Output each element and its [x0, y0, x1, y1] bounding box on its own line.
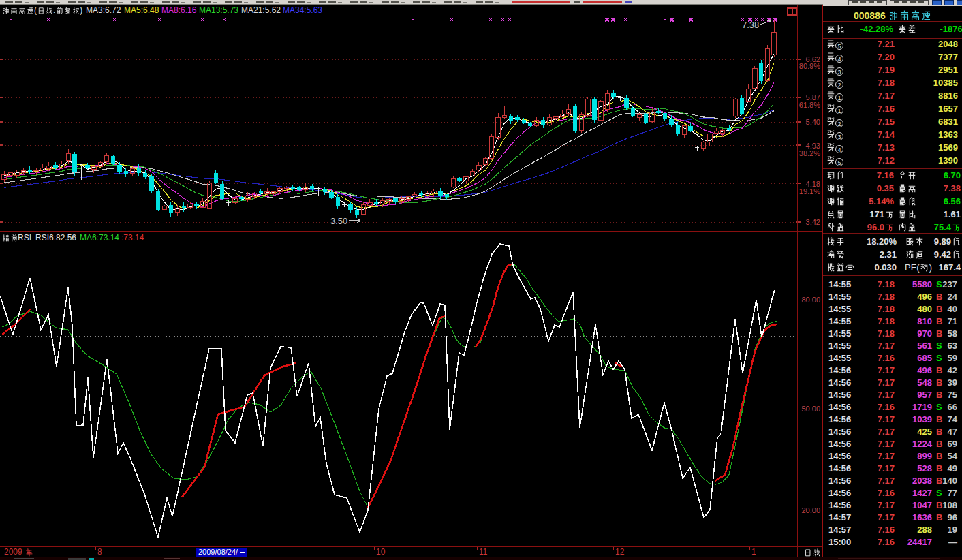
svg-text:50.00: 50.00 [801, 405, 820, 413]
svg-text:7.38: 7.38 [742, 20, 759, 30]
svg-text:12: 12 [615, 547, 625, 557]
svg-text:61.8%: 61.8% [799, 101, 820, 109]
svg-text:38.2%: 38.2% [799, 149, 820, 157]
svg-text:8: 8 [97, 547, 102, 557]
svg-text:5.40: 5.40 [806, 118, 820, 126]
svg-text:80.00: 80.00 [801, 296, 820, 304]
svg-text:1: 1 [751, 547, 756, 557]
svg-text:2009/08/24/: 2009/08/24/ [198, 548, 238, 556]
svg-text:20.00: 20.00 [801, 506, 820, 514]
svg-text:3.42: 3.42 [806, 218, 820, 226]
svg-text:19.1%: 19.1% [799, 187, 820, 196]
svg-text:11: 11 [479, 547, 488, 557]
svg-text:10: 10 [376, 547, 386, 557]
svg-text:3.50: 3.50 [330, 216, 347, 226]
svg-text:80.9%: 80.9% [799, 62, 820, 70]
svg-text:2009: 2009 [4, 547, 22, 557]
